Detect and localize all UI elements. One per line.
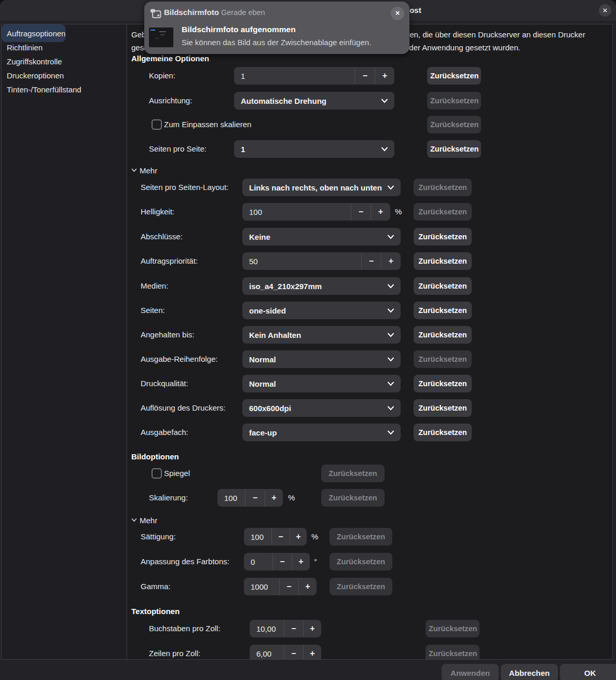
output-bin-select[interactable]: face-up [242, 424, 401, 441]
decrement-button[interactable]: − [245, 489, 265, 506]
checkbox-label[interactable]: Spiegel [164, 465, 190, 482]
reset-button[interactable]: Zurücksetzen [414, 375, 472, 392]
spin-value[interactable]: 6,00 [250, 649, 284, 658]
decrement-button[interactable]: − [284, 620, 303, 637]
increment-button[interactable]: + [290, 528, 307, 545]
checkbox-label[interactable]: Zum Einpassen skalieren [164, 116, 251, 133]
close-icon[interactable]: × [391, 7, 404, 20]
decrement-button[interactable]: − [284, 645, 303, 659]
reset-button[interactable]: Zurücksetzen [427, 140, 481, 158]
decrement-button[interactable]: − [351, 203, 371, 220]
reset-button[interactable]: Zurücksetzen [414, 252, 472, 270]
checkbox[interactable] [152, 468, 162, 479]
toast-title: Bildschirmfoto aufgenommen [182, 25, 296, 34]
increment-button[interactable]: + [265, 489, 283, 506]
select-value: Keine [242, 233, 387, 241]
row-saturation: Sättigung: 100 − + % Zurücksetzen [131, 528, 609, 546]
option-label: Auflösung des Druckers: [141, 399, 225, 417]
scaling-spinbox[interactable]: 100 − + [217, 489, 283, 507]
spin-value[interactable]: 10,00 [250, 624, 284, 633]
increment-button[interactable]: + [303, 645, 321, 659]
checkbox[interactable] [152, 119, 162, 130]
toast-app-name: Bildschirmfoto [164, 8, 219, 17]
increment-button[interactable]: + [371, 203, 390, 220]
select-value: Normal [242, 379, 387, 388]
pages-per-side-select[interactable]: 1 [234, 140, 394, 158]
reset-button: Zurücksetzen [414, 203, 472, 221]
sidebar-item-richtlinien[interactable]: Richtlinien [2, 40, 127, 55]
spin-value[interactable]: 1 [234, 72, 355, 80]
spin-value[interactable]: 50 [242, 257, 361, 266]
cancel-button[interactable]: Abbrechen [501, 664, 558, 680]
media-select[interactable]: iso_a4_210x297mm [242, 277, 401, 295]
close-icon[interactable]: × [599, 4, 611, 17]
reset-button: Zurücksetzen [330, 553, 392, 570]
screenshot-thumbnail[interactable] [149, 28, 173, 47]
decrement-button[interactable]: − [361, 253, 381, 269]
option-label: Ausrichtung: [149, 92, 192, 110]
cpi-spinbox[interactable]: 10,00 − + [250, 620, 321, 637]
saturation-spinbox[interactable]: 100 − + [244, 528, 307, 546]
sidebar-item-auftragsoptionen[interactable]: Auftragsoptionen [2, 24, 65, 42]
printer-properties-window: host × Einstellungen Richtlinien Zugriff… [0, 0, 616, 680]
increment-button[interactable]: + [303, 620, 321, 637]
gamma-spinbox[interactable]: 1000 − + [244, 578, 317, 595]
spin-value[interactable]: 100 [242, 208, 351, 216]
output-order-select[interactable]: Normal [242, 350, 401, 368]
sidebar: Einstellungen Richtlinien Zugriffskontro… [2, 24, 127, 659]
row-sides: Seiten: one-sided Zurücksetzen [131, 302, 609, 319]
increment-button[interactable]: + [375, 67, 394, 84]
row-media: Medien: iso_a4_210x297mm Zurücksetzen [131, 277, 609, 295]
notification-toast[interactable]: Bildschirmfoto Gerade eben × Bildschirmf… [144, 2, 409, 54]
section-header-text: Textoptionen [131, 607, 180, 616]
reset-button[interactable]: Zurücksetzen [414, 326, 472, 344]
more-expander[interactable]: Mehr [131, 165, 157, 175]
spin-value[interactable]: 100 [244, 533, 271, 541]
section-header-general: Allgemeine Optionen [131, 54, 209, 63]
decrement-button[interactable]: − [272, 553, 292, 570]
reset-button[interactable]: Zurücksetzen [414, 399, 472, 417]
increment-button[interactable]: + [381, 253, 401, 269]
brightness-spinbox[interactable]: 100 − + [242, 203, 390, 221]
increment-button[interactable]: + [298, 578, 317, 595]
sidebar-item-druckeroptionen[interactable]: Druckeroptionen [2, 69, 127, 83]
page-layout-select[interactable]: Links nach rechts, oben nach unten [242, 179, 401, 196]
copies-spinbox[interactable]: 1 − + [234, 67, 394, 85]
hold-until-select[interactable]: Kein Anhalten [242, 326, 401, 344]
row-scaling: Skalierung: 100 − + % Zurücksetzen [131, 489, 609, 507]
sides-select[interactable]: one-sided [242, 302, 401, 319]
more-expander[interactable]: Mehr [131, 515, 157, 525]
print-quality-select[interactable]: Normal [242, 375, 401, 392]
orientation-select[interactable]: Automatische Drehung [234, 92, 394, 110]
increment-button[interactable]: + [292, 553, 310, 570]
hue-spinbox[interactable]: 0 − + [244, 553, 310, 570]
row-copies: Kopien: 1 − + Zurücksetzen [131, 67, 609, 85]
printer-resolution-select[interactable]: 600x600dpi [242, 399, 401, 417]
sidebar-item-zugriffskontrolle[interactable]: Zugriffskontrolle [2, 55, 127, 69]
spin-value[interactable]: 1000 [244, 582, 279, 591]
lpi-spinbox[interactable]: 6,00 − + [250, 645, 321, 659]
row-brightness: Helligkeit: 100 − + % Zurücksetzen [131, 203, 609, 221]
option-label: Zeilen pro Zoll: [149, 645, 200, 659]
decrement-button[interactable]: − [355, 67, 375, 84]
sidebar-item-tonerfuellstand[interactable]: Tinten-/Tonerfüllstand [2, 83, 127, 97]
spin-value[interactable]: 0 [244, 557, 272, 566]
reset-button[interactable]: Zurücksetzen [414, 228, 472, 246]
finishings-select[interactable]: Keine [242, 228, 401, 246]
reset-button[interactable]: Zurücksetzen [414, 277, 472, 295]
reset-button[interactable]: Zurücksetzen [414, 302, 472, 319]
decrement-button[interactable]: − [279, 578, 298, 595]
reset-button[interactable]: Zurücksetzen [414, 424, 472, 441]
select-value: face-up [242, 428, 387, 437]
row-page-layout: Seiten pro Seiten-Layout: Links nach rec… [131, 179, 609, 196]
reset-button: Zurücksetzen [321, 465, 385, 482]
reset-button[interactable]: Zurücksetzen [427, 67, 481, 85]
decrement-button[interactable]: − [271, 528, 290, 545]
reset-button: Zurücksetzen [330, 528, 392, 546]
unit-suffix: % [395, 203, 402, 221]
ok-button[interactable]: OK [560, 664, 616, 680]
job-priority-spinbox[interactable]: 50 − + [242, 252, 401, 270]
row-finishings: Abschlüsse: Keine Zurücksetzen [131, 228, 609, 246]
reset-button: Zurücksetzen [414, 179, 472, 196]
spin-value[interactable]: 100 [217, 494, 245, 502]
